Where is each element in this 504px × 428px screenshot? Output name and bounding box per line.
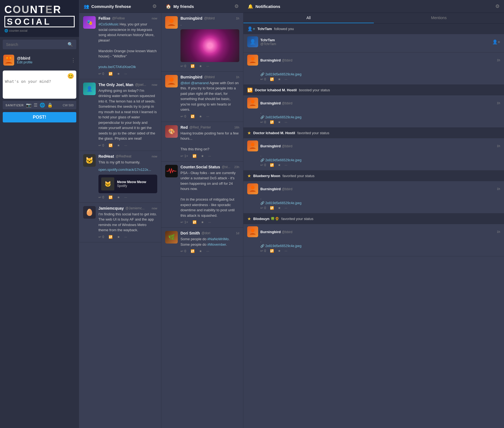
notif-action-text: boosted your status [299,88,330,92]
post-actions: ↩ 0 🔁 ★ ··· [98,72,157,76]
post-item: 🎨 Red @Red_Painter 16h Having trouble po… [161,122,243,162]
fav-action[interactable]: ★ [199,115,202,118]
boost-action[interactable]: 🔁 [109,143,113,147]
profile-edit-link[interactable]: Edit profile [17,60,68,64]
post-link[interactable]: open.spotify.com/track/17n12Jx... [98,167,157,172]
post-button[interactable]: POST! [3,112,76,122]
cw-label[interactable]: CW 500 [63,104,74,107]
boost-action[interactable]: 🔁 [191,249,195,253]
post-name: Dori Smith [180,231,200,235]
post-body: Burningbird @bbird 1h @dori @amarand Agr… [180,75,239,118]
reply-action[interactable]: ↩ 0 [180,64,186,68]
more-action[interactable]: ··· [206,115,209,118]
more-action[interactable]: ··· [285,120,287,124]
notif-avatar [247,140,258,151]
post-time: 16h [234,126,239,129]
fav-action[interactable]: ★ [278,163,281,167]
list-icon[interactable]: ☰ [34,102,37,108]
reply-action[interactable]: ↩ 0 [260,249,266,253]
reply-action[interactable]: ↩ 1+ [180,220,188,224]
emoji-picker-icon[interactable]: 😊 [67,73,74,79]
more-action[interactable]: ··· [206,249,209,253]
more-action[interactable]: ··· [208,154,211,158]
reply-action[interactable]: ↩ 0 [260,206,266,210]
notifications-settings-icon[interactable]: ⚙ [495,3,500,9]
community-feed: 🎭 Fellixe @Fellixe now #CoSoMusic Hey, y… [79,13,161,428]
more-action[interactable]: ··· [285,249,287,253]
boost-action[interactable]: 🔁 [191,64,195,68]
fav-action[interactable]: ★ [278,206,281,210]
more-action[interactable]: ··· [285,77,287,81]
notif-post-actions: ↩ 0 🔁 ★ ··· [260,163,500,167]
post-item: 👤 The Only Joel, Man @joel... now Anythi… [79,79,161,151]
reply-action[interactable]: ↩ 0 [98,143,104,147]
boost-action[interactable]: 🔁 [193,220,197,224]
more-action[interactable]: ··· [285,163,287,167]
more-action[interactable]: ··· [124,235,127,239]
boost-action[interactable]: 🔁 [109,72,113,76]
compose-textarea[interactable] [5,79,74,96]
boost-action[interactable]: 🔁 [109,235,113,239]
reply-action[interactable]: ↩ 0 [260,77,266,81]
fav-action[interactable]: ★ [117,143,120,147]
globe-icon[interactable]: 🌐 [40,102,45,108]
search-input[interactable] [6,42,68,47]
boost-action[interactable]: 🔁 [193,154,197,158]
fav-action[interactable]: ★ [201,220,204,224]
home-icon: 🏠 [166,4,171,9]
search-bar[interactable]: 🔍 [3,40,76,49]
fav-action[interactable]: ★ [117,72,120,76]
tab-all[interactable]: All [243,13,374,23]
reply-action[interactable]: ↩ 0 [180,249,186,253]
boost-action[interactable]: 🔁 [109,195,113,199]
boost-action[interactable]: 🔁 [191,115,195,118]
more-action[interactable]: ··· [124,72,127,76]
boost-action[interactable]: 🔁 [270,163,274,167]
notif-avatar [247,226,258,237]
reply-icon: ↩ [180,64,183,68]
notif-post-handle: @bbird [282,58,292,62]
add-friend-icon[interactable]: 👤+ [492,39,500,45]
more-action[interactable]: ··· [285,206,287,210]
spotify-embed[interactable]: 🐱 Meow Meow Meow Spotify [98,175,157,193]
fav-action[interactable]: ★ [201,154,204,158]
post-body: The Only Joel, Man @joel... now Anything… [98,83,157,147]
reply-action[interactable]: ↩ 0 [180,115,186,118]
post-item: Burningbird @bbird 1h . [161,13,243,72]
reply-action[interactable]: ↩ 0 [260,163,266,167]
community-settings-icon[interactable]: ⚙ [152,3,157,9]
post-text: Anything going on today? I'm drinking wa… [98,88,157,141]
reply-action[interactable]: ↩ 0 [98,235,104,239]
lock-icon[interactable]: 🔒 [47,102,53,108]
reply-action[interactable]: ↩ 0 [98,195,104,199]
more-action[interactable]: ··· [124,143,127,147]
tab-mentions[interactable]: Mentions [374,13,504,23]
fav-action[interactable]: ★ [117,195,120,199]
fav-action[interactable]: ★ [199,64,202,68]
notif-boost-header: 🔁 Doctor Ichabod M. Hostil boosted your … [243,85,504,95]
fav-action[interactable]: ★ [117,235,120,239]
camera-icon[interactable]: 📷 [26,102,31,108]
more-action[interactable]: ··· [124,195,127,199]
notif-post-handle: @bbird [282,144,292,148]
reply-action[interactable]: ↩ 1+ [180,154,188,158]
reply-action[interactable]: ↩ 0 [98,72,104,76]
fav-action[interactable]: ★ [278,77,281,81]
fav-action[interactable]: ★ [278,120,281,124]
boost-action[interactable]: 🔁 [270,120,274,124]
more-action[interactable]: ··· [208,220,211,224]
notifications-column: 🔔 Notifications ⚙ All Mentions 👤+ TchrTa… [243,0,504,428]
boost-action[interactable]: 🔁 [270,249,274,253]
profile-menu-icon[interactable]: ⋮ [71,57,76,63]
post-time: 23h [234,165,239,169]
notif-post-text: . [260,153,500,157]
notif-post-actions: ↩ 0 🔁 ★ ··· [260,77,500,81]
post-time: 1h [236,75,239,79]
reply-action[interactable]: ↩ 0 [260,120,266,124]
boost-action[interactable]: 🔁 [270,77,274,81]
friends-settings-icon[interactable]: ⚙ [234,3,239,9]
fav-action[interactable]: ★ [199,249,202,253]
fav-action[interactable]: ★ [278,249,281,253]
more-action[interactable]: ··· [206,64,209,68]
boost-action[interactable]: 🔁 [270,206,274,210]
